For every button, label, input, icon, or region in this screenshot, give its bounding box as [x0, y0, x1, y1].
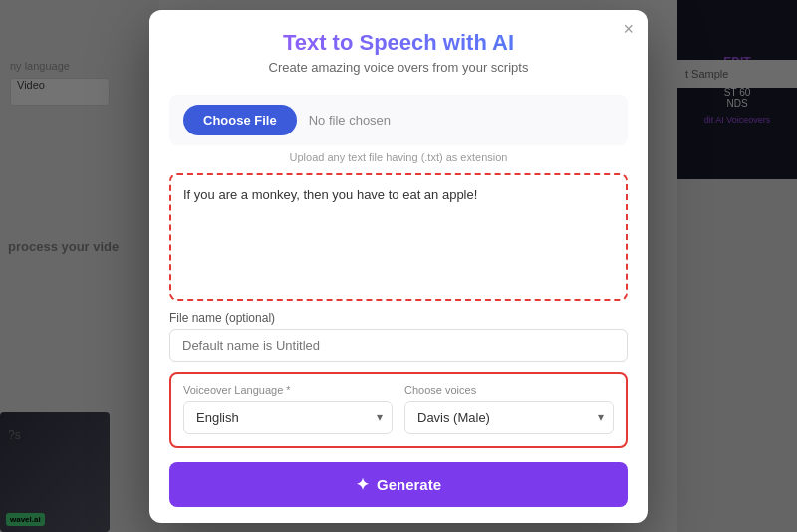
choose-voices-select-wrapper: Davis (Male) Emma (Female) James (Male) …	[404, 401, 614, 434]
generate-label: Generate	[377, 476, 441, 493]
generate-button[interactable]: ✦ Generate	[169, 462, 628, 507]
voiceover-language-select[interactable]: English Spanish French German	[183, 401, 393, 434]
modal-subtitle: Create amazing voice overs from your scr…	[169, 60, 628, 75]
textarea-wrapper	[169, 173, 628, 301]
voiceover-language-label: Voiceover Language *	[183, 384, 393, 396]
file-name-input[interactable]	[169, 329, 628, 362]
modal-title: Text to Speech with AI	[169, 30, 628, 56]
upload-hint: Upload any text file having (.txt) as ex…	[169, 151, 628, 163]
modal-wrapper: × Text to Speech with AI Create amazing …	[0, 0, 797, 532]
no-file-label: No file chosen	[309, 113, 391, 128]
tts-modal: × Text to Speech with AI Create amazing …	[149, 10, 648, 523]
script-textarea[interactable]	[171, 175, 626, 295]
modal-header: Text to Speech with AI Create amazing vo…	[149, 10, 648, 85]
choose-voices-label: Choose voices	[404, 384, 614, 396]
file-name-label: File name (optional)	[169, 311, 628, 325]
generate-sparkle-icon: ✦	[356, 475, 369, 494]
voiceover-language-field: Voiceover Language * English Spanish Fre…	[183, 384, 393, 434]
close-button[interactable]: ×	[623, 20, 634, 38]
choose-voices-select[interactable]: Davis (Male) Emma (Female) James (Male) …	[404, 401, 614, 434]
choose-voices-field: Choose voices Davis (Male) Emma (Female)…	[404, 384, 614, 434]
file-upload-row: Choose File No file chosen	[169, 95, 628, 145]
voice-settings-row: Voiceover Language * English Spanish Fre…	[169, 372, 628, 448]
choose-file-button[interactable]: Choose File	[183, 105, 297, 135]
voiceover-language-select-wrapper: English Spanish French German ▾	[183, 401, 393, 434]
